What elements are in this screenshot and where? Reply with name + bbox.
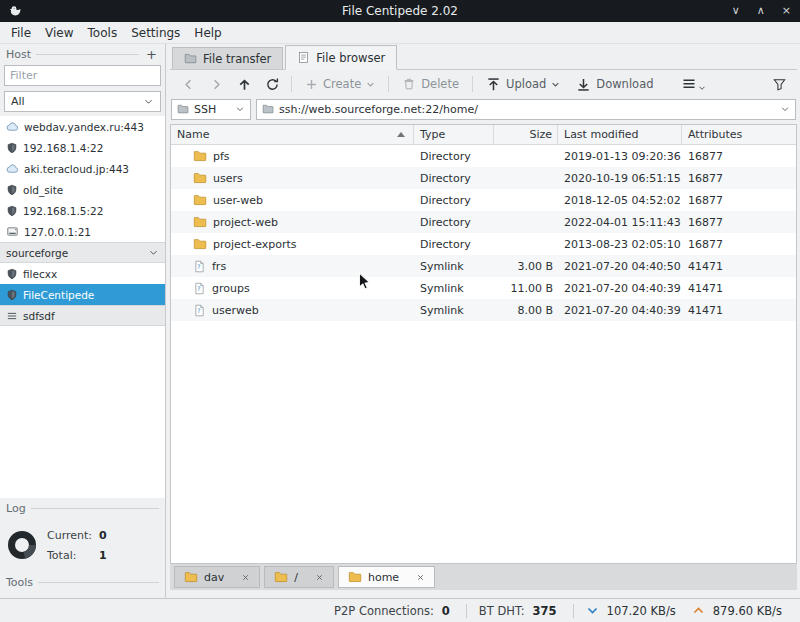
protocol-select[interactable]: SSH xyxy=(171,99,251,120)
filter-funnel-button[interactable] xyxy=(765,72,793,96)
protocol-value: SSH xyxy=(194,103,216,116)
transfer-stats: Current: 0 Total: 1 xyxy=(47,529,107,562)
file-row-users[interactable]: usersDirectory2020-10-19 06:51:1516877 xyxy=(171,167,796,189)
svg-text:?: ? xyxy=(197,285,200,292)
delete-button[interactable]: Delete xyxy=(394,74,467,94)
file-name: groups xyxy=(212,282,250,295)
session-tab-dav[interactable]: dav xyxy=(174,566,260,588)
host-item-192-168-1-5-22[interactable]: 192.168.1.5:22 xyxy=(0,200,165,221)
tab-file-browser[interactable]: File browser xyxy=(285,45,397,70)
file-attributes: 16877 xyxy=(682,167,796,189)
create-button[interactable]: Create xyxy=(297,74,383,94)
file-type: Symlink xyxy=(414,255,494,277)
host-item-127-0-0-1-21[interactable]: 127.0.0.1:21 xyxy=(0,221,165,242)
menu-item-tools[interactable]: Tools xyxy=(81,24,125,42)
file-modified: 2021-07-20 04:40:50 xyxy=(558,255,682,277)
upload-button[interactable]: Upload xyxy=(478,74,568,95)
file-row-userweb[interactable]: ?userwebSymlink8.00 B2021-07-20 04:40:39… xyxy=(171,299,796,321)
file-row-frs[interactable]: ?frsSymlink3.00 B2021-07-20 04:40:504147… xyxy=(171,255,796,277)
file-type: Directory xyxy=(414,233,494,255)
tab-file-transfer[interactable]: File transfer xyxy=(172,47,283,69)
close-icon[interactable] xyxy=(416,573,425,582)
file-attributes: 16877 xyxy=(682,145,796,167)
file-name-cell: ?groups xyxy=(171,277,414,299)
cloud-icon xyxy=(6,120,19,133)
file-name: user-web xyxy=(213,194,263,207)
host-item-webdav-yandex-ru-443[interactable]: webdav.yandex.ru:443 xyxy=(0,116,165,137)
host-item-filecxx[interactable]: filecxx xyxy=(0,263,165,284)
folder-icon xyxy=(348,570,362,584)
addressbar: SSH ssh://web.sourceforge.net:22/home/ xyxy=(170,98,797,124)
session-tab-label: / xyxy=(294,571,298,584)
chevron-down-icon xyxy=(235,104,245,114)
session-tab-root[interactable]: / xyxy=(264,566,334,588)
scope-select[interactable]: All xyxy=(4,91,161,112)
menu-item-view[interactable]: View xyxy=(38,24,80,42)
back-button[interactable] xyxy=(174,72,202,96)
up-button[interactable] xyxy=(230,72,258,96)
close-button[interactable]: × xyxy=(782,0,791,22)
app-icon-duck xyxy=(9,4,23,18)
group-header-sdfsdf[interactable]: sdfsdf xyxy=(0,305,165,326)
file-row-user-web[interactable]: user-webDirectory2018-12-05 04:52:021687… xyxy=(171,189,796,211)
filter-input[interactable] xyxy=(4,65,161,86)
download-button[interactable]: Download xyxy=(568,74,661,95)
column-label: Size xyxy=(529,128,552,141)
file-size: 11.00 B xyxy=(494,277,558,299)
column-label: Attributes xyxy=(688,128,742,141)
file-row-pfs[interactable]: pfsDirectory2019-01-13 09:20:3616877 xyxy=(171,145,796,167)
address-path: ssh://web.sourceforge.net:22/home/ xyxy=(279,103,478,116)
add-host-button[interactable]: + xyxy=(144,49,159,60)
close-icon[interactable] xyxy=(315,573,324,582)
shield-icon xyxy=(6,184,18,196)
sidebar: Host + All webdav.yandex.ru:443192.168.1… xyxy=(0,44,166,598)
divider xyxy=(31,508,159,509)
current-label: Current: xyxy=(47,529,99,542)
minimize-button[interactable]: ∨ xyxy=(732,0,740,22)
column-header-attributes[interactable]: Attributes xyxy=(682,125,796,144)
plus-icon xyxy=(305,78,318,91)
file-type: Symlink xyxy=(414,299,494,321)
chevron-down-icon xyxy=(698,84,706,92)
file-type: Directory xyxy=(414,167,494,189)
address-input[interactable]: ssh://web.sourceforge.net:22/home/ xyxy=(256,99,796,120)
file-row-project-web[interactable]: project-webDirectory2022-04-01 15:11:431… xyxy=(171,211,796,233)
column-header-size[interactable]: Size xyxy=(494,125,558,144)
file-attributes: 41471 xyxy=(682,299,796,321)
column-label: Name xyxy=(177,128,209,141)
file-row-groups[interactable]: ?groupsSymlink11.00 B2021-07-20 04:40:39… xyxy=(171,277,796,299)
column-header-type[interactable]: Type xyxy=(414,125,494,144)
column-header-last-modified[interactable]: Last modified xyxy=(558,125,682,144)
file-name-cell: project-exports xyxy=(171,233,414,255)
file-row-project-exports[interactable]: project-exportsDirectory2013-08-23 02:05… xyxy=(171,233,796,255)
total-value: 1 xyxy=(99,549,107,562)
divider xyxy=(36,54,139,55)
maximize-button[interactable]: ∧ xyxy=(757,0,765,22)
refresh-button[interactable] xyxy=(258,72,286,96)
host-item-aki-teracloud-jp-443[interactable]: aki.teracloud.jp:443 xyxy=(0,158,165,179)
file-size xyxy=(494,145,558,167)
menu-item-help[interactable]: Help xyxy=(187,24,228,42)
spacer xyxy=(170,590,797,598)
menu-item-file[interactable]: File xyxy=(4,24,38,42)
host-item-old-site[interactable]: old_site xyxy=(0,179,165,200)
folder-icon xyxy=(193,237,207,251)
log-panel-label: Log xyxy=(6,502,26,515)
more-menu-button[interactable] xyxy=(675,73,712,95)
forward-button[interactable] xyxy=(202,72,230,96)
file-modified: 2022-04-01 15:11:43 xyxy=(558,211,682,233)
host-item-label: 192.168.1.5:22 xyxy=(23,205,103,217)
close-icon[interactable] xyxy=(241,573,250,582)
file-type: Directory xyxy=(414,145,494,167)
file-attributes: 16877 xyxy=(682,233,796,255)
session-tab-home[interactable]: home xyxy=(338,566,435,588)
bt-dht-label: BT DHT: xyxy=(479,604,525,618)
shield-icon xyxy=(6,142,18,154)
host-item-192-168-1-4-22[interactable]: 192.168.1.4:22 xyxy=(0,137,165,158)
window-controls: ∨ ∧ × xyxy=(732,0,791,22)
host-item-filecentipede[interactable]: FileCentipede xyxy=(0,284,165,305)
group-header-sourceforge[interactable]: sourceforge xyxy=(0,242,165,263)
toolbar: Create Delete Upload Download xyxy=(170,70,797,98)
menu-item-settings[interactable]: Settings xyxy=(124,24,187,42)
column-header-name[interactable]: Name xyxy=(171,125,414,144)
